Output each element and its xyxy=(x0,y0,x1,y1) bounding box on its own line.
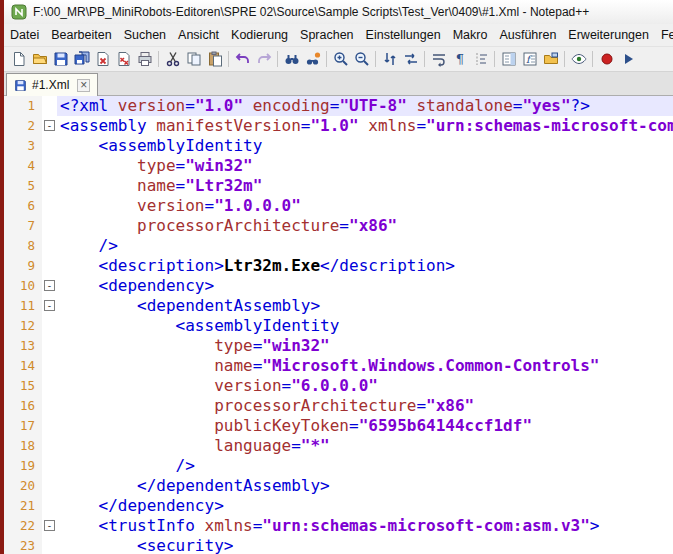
menu-item-ausf-hren[interactable]: Ausführen xyxy=(493,24,562,46)
tab--1-xml[interactable]: #1.Xml× xyxy=(6,73,98,96)
cut-icon[interactable] xyxy=(162,49,183,70)
toolbar: ¶f xyxy=(4,46,673,72)
menu-item-erweiterungen[interactable]: Erweiterungen xyxy=(562,24,655,46)
macro-play-icon[interactable] xyxy=(617,49,638,70)
line-number: 7 xyxy=(4,216,42,236)
fold-margin: - xyxy=(42,296,57,316)
toolbar-separator xyxy=(375,51,376,67)
fold-margin xyxy=(42,416,57,436)
line-number: 11 xyxy=(4,296,42,316)
macro-record-icon[interactable] xyxy=(596,49,617,70)
line-number: 16 xyxy=(4,396,42,416)
code-line[interactable]: version="1.0.0.0" xyxy=(57,196,673,216)
line-number: 9 xyxy=(4,256,42,276)
menu-item-bearbeiten[interactable]: Bearbeiten xyxy=(45,24,117,46)
notepadpp-logo-icon xyxy=(11,4,27,20)
code-line[interactable]: version="6.0.0.0" xyxy=(57,376,673,396)
sync-scroll-v-icon[interactable] xyxy=(379,49,400,70)
close-all-icon[interactable] xyxy=(113,49,134,70)
paste-icon[interactable] xyxy=(204,49,225,70)
line-number: 6 xyxy=(4,196,42,216)
code-line-row: 7 processorArchitecture="x86" xyxy=(4,216,673,236)
line-number: 10 xyxy=(4,276,42,296)
fold-marker-icon[interactable]: - xyxy=(44,120,55,131)
function-list-icon[interactable]: f xyxy=(519,49,540,70)
code-line[interactable]: type="win32" xyxy=(57,336,673,356)
menu-item-datei[interactable]: Datei xyxy=(4,24,45,46)
new-file-icon[interactable] xyxy=(8,49,29,70)
sync-scroll-h-icon[interactable] xyxy=(400,49,421,70)
code-line-row: 13 type="win32" xyxy=(4,336,673,356)
folder-workspace-icon[interactable] xyxy=(540,49,561,70)
line-number: 4 xyxy=(4,156,42,176)
tab-label: #1.Xml xyxy=(32,78,69,92)
code-line[interactable]: <dependentAssembly> xyxy=(57,296,673,316)
menu-item-makro[interactable]: Makro xyxy=(447,24,494,46)
notepadpp-window: F:\00_MR\PB_MiniRobots-Editoren\SPRE 02\… xyxy=(0,0,673,554)
code-line[interactable]: language="*" xyxy=(57,436,673,456)
copy-icon[interactable] xyxy=(183,49,204,70)
fold-margin: - xyxy=(42,116,57,136)
doc-map-icon[interactable] xyxy=(498,49,519,70)
show-all-chars-icon[interactable]: ¶ xyxy=(449,49,470,70)
fold-marker-icon[interactable]: - xyxy=(44,300,55,311)
redo-icon[interactable] xyxy=(253,49,274,70)
undo-icon[interactable] xyxy=(232,49,253,70)
code-line-row: 8 /> xyxy=(4,236,673,256)
replace-icon[interactable] xyxy=(302,49,323,70)
code-line[interactable]: name="Ltr32m" xyxy=(57,176,673,196)
menu-item-einstellungen[interactable]: Einstellungen xyxy=(360,24,447,46)
monitoring-icon[interactable] xyxy=(568,49,589,70)
find-icon[interactable] xyxy=(281,49,302,70)
zoom-out-icon[interactable] xyxy=(351,49,372,70)
code-line[interactable]: <security> xyxy=(57,536,673,554)
code-line[interactable]: type="win32" xyxy=(57,156,673,176)
code-line[interactable]: </dependency> xyxy=(57,496,673,516)
svg-text:¶: ¶ xyxy=(455,52,463,67)
indent-guide-icon[interactable] xyxy=(470,49,491,70)
code-line[interactable]: <trustInfo xmlns="urn:schemas-microsoft-… xyxy=(57,516,673,536)
code-line[interactable]: <?xml version="1.0" encoding="UTF-8" sta… xyxy=(57,96,673,116)
code-line[interactable]: <assembly manifestVersion="1.0" xmlns="u… xyxy=(57,116,673,136)
tab-close-icon[interactable]: × xyxy=(77,79,90,92)
line-number: 17 xyxy=(4,416,42,436)
code-line-row: 1<?xml version="1.0" encoding="UTF-8" st… xyxy=(4,96,673,116)
code-line[interactable]: <assemblyIdentity xyxy=(57,316,673,336)
fold-margin xyxy=(42,216,57,236)
code-line[interactable]: <description>Ltr32m.Exe</description> xyxy=(57,256,673,276)
title-bar[interactable]: F:\00_MR\PB_MiniRobots-Editoren\SPRE 02\… xyxy=(4,0,673,24)
fold-margin xyxy=(42,536,57,554)
code-line[interactable]: processorArchitecture="x86" xyxy=(57,216,673,236)
menu-item-suchen[interactable]: Suchen xyxy=(118,24,172,46)
code-line[interactable]: /> xyxy=(57,456,673,476)
menu-item-kodierung[interactable]: Kodierung xyxy=(225,24,294,46)
close-icon[interactable] xyxy=(92,49,113,70)
code-line-row: 20 </dependentAssembly> xyxy=(4,476,673,496)
code-line[interactable]: /> xyxy=(57,236,673,256)
code-line-row: 9 <description>Ltr32m.Exe</description> xyxy=(4,256,673,276)
code-line[interactable]: </dependentAssembly> xyxy=(57,476,673,496)
menu-item-fenster[interactable]: Fenster xyxy=(655,24,673,46)
code-line[interactable]: publicKeyToken="6595b64144ccf1df" xyxy=(57,416,673,436)
zoom-in-icon[interactable] xyxy=(330,49,351,70)
line-number: 22 xyxy=(4,516,42,536)
code-line[interactable]: processorArchitecture="x86" xyxy=(57,396,673,416)
code-line-row: 5 name="Ltr32m" xyxy=(4,176,673,196)
save-all-icon[interactable] xyxy=(71,49,92,70)
line-number: 20 xyxy=(4,476,42,496)
menu-item-ansicht[interactable]: Ansicht xyxy=(172,24,225,46)
save-icon[interactable] xyxy=(50,49,71,70)
code-line[interactable]: <assemblyIdentity xyxy=(57,136,673,156)
editor-area[interactable]: 1<?xml version="1.0" encoding="UTF-8" st… xyxy=(4,96,673,554)
word-wrap-icon[interactable] xyxy=(428,49,449,70)
code-line[interactable]: name="Microsoft.Windows.Common-Controls" xyxy=(57,356,673,376)
code-line-row: 11- <dependentAssembly> xyxy=(4,296,673,316)
fold-marker-icon[interactable]: - xyxy=(44,520,55,531)
code-line[interactable]: <dependency> xyxy=(57,276,673,296)
open-file-icon[interactable] xyxy=(29,49,50,70)
fold-margin xyxy=(42,156,57,176)
print-icon[interactable] xyxy=(134,49,155,70)
menu-item-sprachen[interactable]: Sprachen xyxy=(294,24,360,46)
fold-marker-icon[interactable]: - xyxy=(44,280,55,291)
toolbar-separator xyxy=(592,51,593,67)
